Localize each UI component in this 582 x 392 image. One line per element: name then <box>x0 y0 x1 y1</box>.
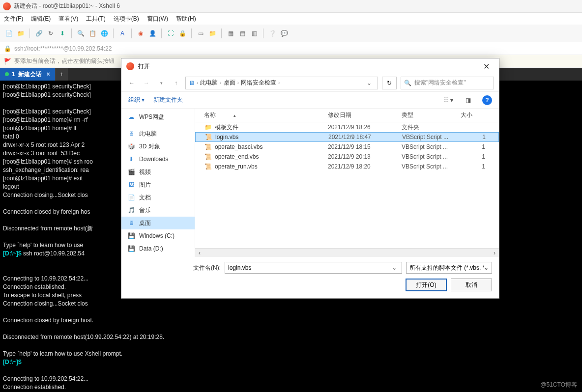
sidebar-item-music[interactable]: 🎵音乐 <box>121 204 195 217</box>
scroll-right-icon[interactable]: › <box>490 250 499 256</box>
tb-sep <box>263 28 263 38</box>
scroll-left-icon[interactable]: ‹ <box>195 250 204 256</box>
sidebar-item-wps[interactable]: ☁WPS网盘 <box>121 111 195 123</box>
cancel-button[interactable]: 取消 <box>451 279 492 291</box>
sidebar-item-thispc[interactable]: 🖥此电脑 <box>121 127 195 140</box>
tb-layout-icon[interactable]: ▥ <box>249 28 259 38</box>
dialog-app-icon <box>126 62 134 70</box>
document-icon: 📄 <box>127 194 135 201</box>
script-icon: 📜 <box>204 163 212 170</box>
open-button[interactable]: 打开(O) <box>406 279 447 291</box>
download-icon: ⬇ <box>127 155 135 163</box>
tb-folder-icon[interactable]: 📁 <box>207 28 217 38</box>
sidebar-item-3d[interactable]: 🎲3D 对象 <box>121 140 195 153</box>
tb-tile-icon[interactable]: ▦ <box>226 28 235 38</box>
dialog-toolbar: 组织 ▾ 新建文件夹 ☷ ▾ ◨ ? <box>121 92 499 109</box>
watermark: @51CTO博客 <box>540 381 577 389</box>
menu-window[interactable]: 窗口(W) <box>147 15 168 23</box>
sidebar-item-d-drive[interactable]: 💾Data (D:) <box>121 242 195 255</box>
sidebar-item-c-drive[interactable]: 💾Windows (C:) <box>121 229 195 242</box>
tb-swirl-icon[interactable]: ◉ <box>136 28 146 38</box>
breadcrumb[interactable]: 🖥 › 此电脑 › 桌面 › 网络安全检查 › ⌄ <box>185 77 378 89</box>
tb-copy-icon[interactable]: 📋 <box>87 28 97 38</box>
script-icon: 📜 <box>204 133 212 141</box>
nav-back-icon[interactable]: ← <box>126 78 137 88</box>
preview-pane-icon[interactable]: ◨ <box>463 95 473 106</box>
tb-reconnect-icon[interactable]: ↻ <box>46 28 56 38</box>
newfolder-button[interactable]: 新建文件夹 <box>153 96 183 104</box>
app-icon <box>3 2 11 10</box>
breadcrumb-item[interactable]: 桌面 <box>224 79 235 87</box>
tb-window-icon[interactable]: ▭ <box>196 28 205 38</box>
organize-button[interactable]: 组织 ▾ <box>128 96 145 104</box>
col-type[interactable]: 类型 <box>402 111 461 119</box>
menu-edit[interactable]: 编辑(E) <box>31 15 51 23</box>
cloud-icon: ☁ <box>127 113 135 121</box>
filename-dropdown-icon[interactable]: ⌄ <box>390 264 399 271</box>
sidebar-item-pictures[interactable]: 🖼图片 <box>121 178 195 191</box>
view-mode-icon[interactable]: ☷ ▾ <box>443 95 454 106</box>
tb-link-icon[interactable]: 🔗 <box>34 28 44 38</box>
sidebar-item-desktop[interactable]: 🖥桌面 <box>121 217 195 229</box>
horizontal-scrollbar[interactable]: ‹ › <box>195 248 499 257</box>
address-text[interactable]: ssh://root:**********@10.99.202.54:22 <box>14 45 112 52</box>
file-row[interactable]: 📜login.vbs 2021/12/9 18:47VBScript Scrip… <box>195 132 499 142</box>
tab-index: 1 <box>12 71 15 78</box>
nav-refresh-button[interactable]: ↻ <box>382 77 397 89</box>
search-input[interactable]: 🔍 搜索"网络安全检查" <box>401 77 494 89</box>
session-tab[interactable]: 1 新建会话 × <box>0 68 55 81</box>
tb-help-icon[interactable]: ❔ <box>267 28 277 38</box>
help-icon[interactable]: ? <box>482 95 492 105</box>
file-row[interactable]: 📜operate_run.vbs 2021/12/9 18:20VBScript… <box>195 162 499 171</box>
col-name[interactable]: 名称▴ <box>195 111 328 119</box>
tb-search-icon[interactable]: 🔍 <box>76 28 86 38</box>
nav-recent-icon[interactable]: ▾ <box>156 78 167 88</box>
image-icon: 🖼 <box>127 181 135 189</box>
search-placeholder: 搜索"网络安全检查" <box>414 79 466 87</box>
file-row[interactable]: 📁模板文件 2021/12/9 18:26文件夹 <box>195 122 499 132</box>
sidebar-item-video[interactable]: 🎬视频 <box>121 166 195 178</box>
col-date[interactable]: 修改日期 <box>328 111 402 119</box>
dialog-nav: ← → ▾ ↑ 🖥 › 此电脑 › 桌面 › 网络安全检查 › ⌄ ↻ 🔍 搜索… <box>121 74 499 92</box>
tb-user-icon[interactable]: 👤 <box>147 28 157 38</box>
menu-file[interactable]: 文件(F) <box>4 15 23 23</box>
tab-label: 新建会话 <box>18 70 42 79</box>
tb-open-icon[interactable]: 📁 <box>16 28 26 38</box>
breadcrumb-item[interactable]: 网络安全检查 <box>241 79 276 87</box>
file-row[interactable]: 📜operate_end.vbs 2021/12/9 20:13VBScript… <box>195 152 499 162</box>
tb-cascade-icon[interactable]: ▤ <box>237 28 247 38</box>
dialog-close-button[interactable]: ✕ <box>478 62 494 71</box>
nav-up-icon[interactable]: ↑ <box>171 78 181 88</box>
tb-font-icon[interactable]: A <box>117 28 127 38</box>
menu-help[interactable]: 帮助(H) <box>176 15 196 23</box>
col-size[interactable]: 大小 <box>461 111 485 119</box>
dialog-title: 打开 <box>138 62 150 71</box>
tb-fullscreen-icon[interactable]: ⛶ <box>166 28 175 38</box>
breadcrumb-dropdown-icon[interactable]: ⌄ <box>364 80 375 86</box>
menu-view[interactable]: 查看(V) <box>58 15 78 23</box>
tb-new-icon[interactable]: 📄 <box>4 28 14 38</box>
tab-close-icon[interactable]: × <box>47 71 50 78</box>
filename-input[interactable]: ⌄ <box>225 262 402 274</box>
tb-props-icon[interactable]: ⬇ <box>58 28 67 38</box>
menu-tools[interactable]: 工具(T) <box>86 15 105 23</box>
tab-add-button[interactable]: + <box>55 68 68 81</box>
dialog-titlebar: 打开 ✕ <box>121 58 499 74</box>
menu-tabs[interactable]: 选项卡(B) <box>114 15 139 23</box>
sidebar-item-downloads[interactable]: ⬇Downloads <box>121 153 195 166</box>
filetype-select[interactable]: 所有支持的脚本文件 (*.vbs, *.js ⌄ <box>406 262 492 274</box>
pc-icon: 🖥 <box>127 130 135 138</box>
tb-lock-icon[interactable]: 🔒 <box>177 28 187 38</box>
music-icon: 🎵 <box>127 206 135 214</box>
nav-forward-icon[interactable]: → <box>141 78 152 88</box>
tb-sep <box>29 28 30 38</box>
file-list: 📁模板文件 2021/12/9 18:26文件夹 📜login.vbs 2021… <box>195 122 499 248</box>
breadcrumb-item[interactable]: 此电脑 <box>200 79 218 87</box>
filename-field[interactable] <box>228 264 390 271</box>
tb-chat-icon[interactable]: 💬 <box>279 28 289 38</box>
tb-globe-icon[interactable]: 🌐 <box>99 28 109 38</box>
video-icon: 🎬 <box>127 168 135 176</box>
file-row[interactable]: 📜operate_basci.vbs 2021/12/9 18:15VBScri… <box>195 142 499 152</box>
disk-icon: 💾 <box>127 232 135 240</box>
sidebar-item-documents[interactable]: 📄文档 <box>121 191 195 204</box>
